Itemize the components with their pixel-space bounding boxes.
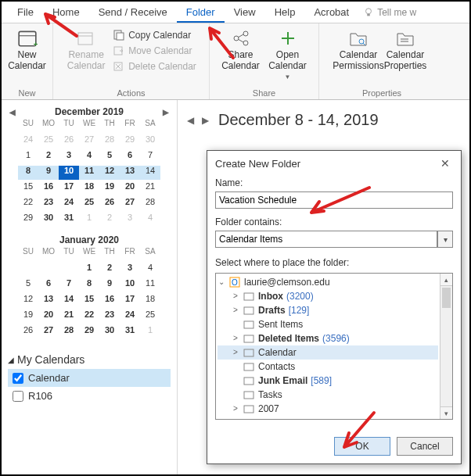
calendar-day[interactable]: 21 — [59, 310, 79, 324]
calendar-day[interactable]: 16 — [99, 294, 120, 308]
calendar-day[interactable]: 30 — [38, 213, 59, 227]
cal2-grid[interactable]: SUMOTUWETHFRSA12345678910111213141516171… — [8, 247, 171, 339]
calendar-day[interactable]: 4 — [140, 263, 160, 277]
calendar-list-item[interactable]: Calendar — [8, 369, 171, 387]
calendar-day[interactable]: 25 — [79, 197, 99, 211]
calendar-day[interactable]: 5 — [18, 278, 38, 292]
expand-icon[interactable]: ◢ — [8, 356, 14, 364]
calendar-day[interactable]: 7 — [140, 150, 160, 164]
calendar-day[interactable]: 10 — [59, 166, 79, 180]
tree-item[interactable]: >2008 — [218, 416, 438, 419]
tab-sendreceive[interactable]: Send / Receive — [89, 2, 177, 23]
copy-calendar-button[interactable]: Copy Calendar — [110, 28, 200, 42]
calendar-day[interactable]: 1 — [18, 150, 38, 164]
tab-home[interactable]: Home — [43, 2, 89, 23]
tree-item[interactable]: >Calendar — [218, 345, 438, 360]
expand-icon[interactable]: > — [232, 416, 239, 419]
calendar-day[interactable]: 15 — [79, 294, 99, 308]
calendar-day[interactable]: 22 — [18, 197, 38, 211]
calendar-day[interactable] — [18, 263, 38, 277]
calendar-day[interactable]: 28 — [140, 197, 160, 211]
folder-contains-combo[interactable]: ▾ — [215, 231, 453, 248]
new-calendar-button[interactable]: + New Calendar — [4, 25, 51, 72]
open-calendar-button[interactable]: Open Calendar▼ — [264, 25, 311, 81]
calendar-day[interactable]: 9 — [38, 166, 59, 180]
calendar-day[interactable]: 27 — [79, 134, 99, 149]
tree-item[interactable]: Junk Email [589] — [218, 374, 438, 388]
calendar-day[interactable]: 14 — [59, 294, 79, 308]
calendar-day[interactable]: 1 — [140, 325, 160, 339]
calendar-day[interactable]: 4 — [140, 213, 160, 227]
calendar-day[interactable]: 24 — [120, 310, 140, 324]
calendar-checkbox[interactable] — [13, 373, 23, 384]
calendar-day[interactable]: 20 — [120, 181, 140, 195]
calendar-day[interactable]: 15 — [18, 181, 38, 195]
calendar-day[interactable]: 14 — [140, 166, 160, 180]
calendar-day[interactable]: 12 — [18, 294, 38, 308]
calendar-day[interactable]: 4 — [79, 150, 99, 164]
calendar-day[interactable]: 27 — [38, 325, 59, 339]
calendar-day[interactable]: 26 — [59, 134, 79, 149]
expand-icon[interactable]: > — [232, 303, 239, 317]
calendar-day[interactable]: 21 — [140, 181, 160, 195]
tree-item[interactable]: Sent Items — [218, 317, 438, 331]
calendar-day[interactable]: 18 — [79, 181, 99, 195]
tree-item[interactable]: >Inbox (3200) — [218, 289, 438, 303]
folder-name-input[interactable] — [215, 191, 453, 209]
calendar-day[interactable]: 13 — [38, 294, 59, 308]
calendar-day[interactable]: 28 — [99, 134, 120, 149]
calendar-day[interactable]: 3 — [59, 150, 79, 164]
expand-icon[interactable]: > — [232, 331, 239, 345]
tree-item[interactable]: >2007 — [218, 402, 438, 416]
folder-tree-list[interactable]: ⌄Olaurie@clemson.edu>Inbox (3200)>Drafts… — [216, 274, 440, 419]
tell-me-search[interactable]: Tell me w — [363, 7, 416, 18]
calendar-permissions-button[interactable]: Calendar Permissions — [335, 25, 382, 72]
calendar-day[interactable] — [38, 263, 59, 277]
cal1-grid[interactable]: SUMOTUWETHFRSA24252627282930123456789101… — [8, 119, 171, 227]
calendar-day[interactable]: 2 — [38, 150, 59, 164]
calendar-day[interactable]: 23 — [99, 310, 120, 324]
cal-prev-month[interactable]: ◀ — [9, 108, 16, 116]
tab-help[interactable]: Help — [265, 2, 305, 23]
calendar-day[interactable]: 6 — [120, 150, 140, 164]
calendar-day[interactable]: 27 — [120, 197, 140, 211]
expand-icon[interactable]: > — [232, 289, 239, 303]
expand-icon[interactable]: > — [232, 402, 239, 416]
calendar-day[interactable]: 23 — [38, 197, 59, 211]
calendar-day[interactable]: 31 — [120, 325, 140, 339]
scroll-thumb[interactable] — [442, 288, 451, 308]
cancel-button[interactable]: Cancel — [397, 437, 453, 456]
tree-item[interactable]: >Drafts [129] — [218, 303, 438, 317]
calendar-day[interactable]: 1 — [79, 213, 99, 227]
chevron-down-icon[interactable]: ▾ — [437, 231, 453, 248]
tab-view[interactable]: View — [225, 2, 265, 23]
calendar-day[interactable]: 24 — [18, 134, 38, 149]
ok-button[interactable]: OK — [334, 437, 390, 456]
calendar-day[interactable]: 29 — [18, 213, 38, 227]
calendar-list-item[interactable]: R106 — [8, 387, 171, 405]
scroll-down-icon[interactable]: ▾ — [440, 406, 452, 419]
calendar-day[interactable]: 19 — [99, 181, 120, 195]
expand-icon[interactable]: ⌄ — [218, 275, 225, 289]
calendar-day[interactable]: 3 — [120, 213, 140, 227]
tab-file[interactable]: File — [8, 2, 43, 23]
calendar-day[interactable]: 19 — [18, 310, 38, 324]
calendar-checkbox[interactable] — [13, 391, 23, 402]
calendar-day[interactable]: 29 — [79, 325, 99, 339]
calendar-day[interactable]: 2 — [99, 263, 120, 277]
tree-item[interactable]: Tasks — [218, 388, 438, 402]
calendar-day[interactable]: 28 — [59, 325, 79, 339]
calendar-day[interactable]: 30 — [99, 325, 120, 339]
close-icon[interactable]: ✕ — [437, 157, 453, 170]
calendar-day[interactable]: 30 — [140, 134, 160, 149]
range-prev[interactable]: ◀ — [187, 115, 194, 126]
expand-icon[interactable]: > — [232, 345, 239, 360]
tab-folder[interactable]: Folder — [177, 2, 225, 23]
calendar-day[interactable]: 26 — [99, 197, 120, 211]
cal-next-month[interactable]: ▶ — [163, 108, 169, 116]
folder-contains-input[interactable] — [215, 231, 437, 248]
calendar-day[interactable]: 17 — [120, 294, 140, 308]
calendar-day[interactable]: 31 — [59, 213, 79, 227]
calendar-day[interactable]: 25 — [140, 310, 160, 324]
calendar-day[interactable]: 29 — [120, 134, 140, 149]
